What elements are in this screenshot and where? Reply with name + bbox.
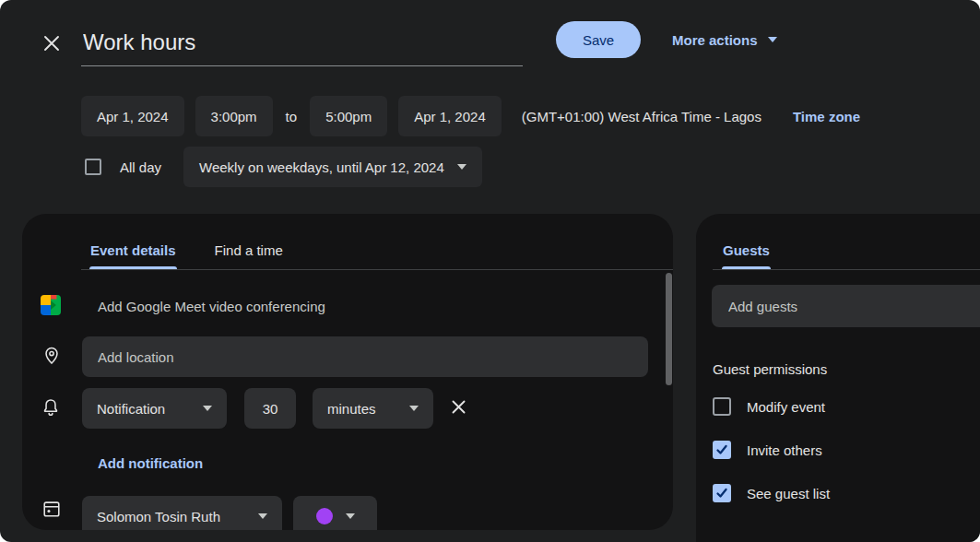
see-guest-list-checkbox[interactable]	[713, 484, 731, 502]
tab-find-a-time[interactable]: Find a time	[214, 231, 284, 269]
add-google-meet-button[interactable]: Add Google Meet video conferencing	[98, 299, 325, 314]
chevron-down-icon	[457, 164, 466, 170]
event-edit-dialog: Save More actions Apr 1, 2024 3:00pm to …	[0, 0, 980, 542]
event-title-field[interactable]	[81, 24, 523, 66]
date-time-row: Apr 1, 2024 3:00pm to 5:00pm Apr 1, 2024…	[81, 96, 860, 136]
recurrence-dropdown[interactable]: Weekly on weekdays, until Apr 12, 2024	[183, 147, 482, 187]
notification-type-dropdown[interactable]: Notification	[82, 388, 227, 429]
start-date-chip[interactable]: Apr 1, 2024	[81, 96, 184, 136]
add-notification-button[interactable]: Add notification	[98, 455, 203, 471]
modify-event-checkbox[interactable]	[713, 397, 731, 416]
end-date-chip[interactable]: Apr 1, 2024	[398, 96, 502, 136]
close-icon	[450, 398, 467, 418]
timezone-text: (GMT+01:00) West Africa Time - Lagos	[522, 109, 762, 124]
event-details-tabs: Event details Find a time	[89, 231, 284, 269]
chevron-down-icon	[409, 406, 419, 411]
start-time-chip[interactable]: 3:00pm	[195, 96, 273, 136]
event-color-swatch	[316, 508, 333, 524]
close-button[interactable]	[39, 31, 65, 57]
guests-card: Guests Guest permissions Modify event In…	[696, 214, 980, 542]
notification-unit-value: minutes	[327, 401, 376, 417]
tab-guests[interactable]: Guests	[722, 231, 771, 269]
event-details-card: Event details Find a time Add Google Mee…	[22, 214, 673, 530]
more-actions-menu[interactable]: More actions	[672, 29, 777, 51]
tab-label: Find a time	[215, 242, 283, 258]
chevron-down-icon	[203, 406, 212, 411]
permission-label: See guest list	[747, 486, 830, 501]
chevron-down-icon	[346, 513, 355, 519]
guests-tab-divider	[713, 269, 980, 270]
notification-bell-icon	[41, 397, 61, 418]
google-meet-icon	[41, 295, 61, 315]
location-pin-icon	[41, 346, 62, 366]
guest-permissions-title: Guest permissions	[713, 361, 827, 377]
event-title-input[interactable]	[81, 24, 523, 66]
save-button[interactable]: Save	[556, 21, 641, 58]
location-input[interactable]	[82, 336, 648, 377]
close-icon	[41, 33, 62, 56]
permission-invite-others: Invite others	[713, 440, 822, 460]
calendar-owner-value: Solomon Tosin Ruth	[97, 509, 220, 524]
calendar-owner-dropdown[interactable]: Solomon Tosin Ruth	[82, 496, 282, 530]
all-day-row: All day Weekly on weekdays, until Apr 12…	[85, 147, 482, 187]
guests-tabs: Guests	[722, 231, 771, 269]
timezone-link[interactable]: Time zone	[793, 109, 860, 124]
permission-modify-event: Modify event	[713, 396, 825, 417]
to-label: to	[286, 109, 298, 124]
notification-unit-dropdown[interactable]: minutes	[313, 388, 433, 429]
tab-event-details[interactable]: Event details	[89, 231, 177, 269]
scrollbar-thumb[interactable]	[666, 273, 672, 385]
more-actions-label: More actions	[672, 32, 758, 48]
permission-see-guest-list: See guest list	[713, 483, 830, 503]
recurrence-value: Weekly on weekdays, until Apr 12, 2024	[199, 159, 444, 175]
calendar-icon	[41, 499, 62, 519]
permission-label: Modify event	[747, 399, 825, 415]
tab-label: Guests	[723, 242, 770, 258]
tabs-divider	[81, 269, 673, 270]
tab-label: Event details	[90, 242, 176, 258]
end-time-chip[interactable]: 5:00pm	[310, 96, 387, 136]
invite-others-checkbox[interactable]	[713, 441, 731, 459]
chevron-down-icon	[258, 513, 267, 519]
notification-minutes-input[interactable]: 30	[244, 388, 296, 429]
notification-type-value: Notification	[97, 401, 165, 417]
event-color-dropdown[interactable]	[293, 496, 377, 530]
chevron-down-icon	[768, 37, 777, 42]
remove-notification-button[interactable]	[447, 397, 469, 419]
all-day-checkbox[interactable]	[85, 159, 101, 175]
all-day-label: All day	[120, 159, 161, 175]
permission-label: Invite others	[747, 442, 822, 458]
add-guests-input[interactable]	[712, 285, 980, 327]
